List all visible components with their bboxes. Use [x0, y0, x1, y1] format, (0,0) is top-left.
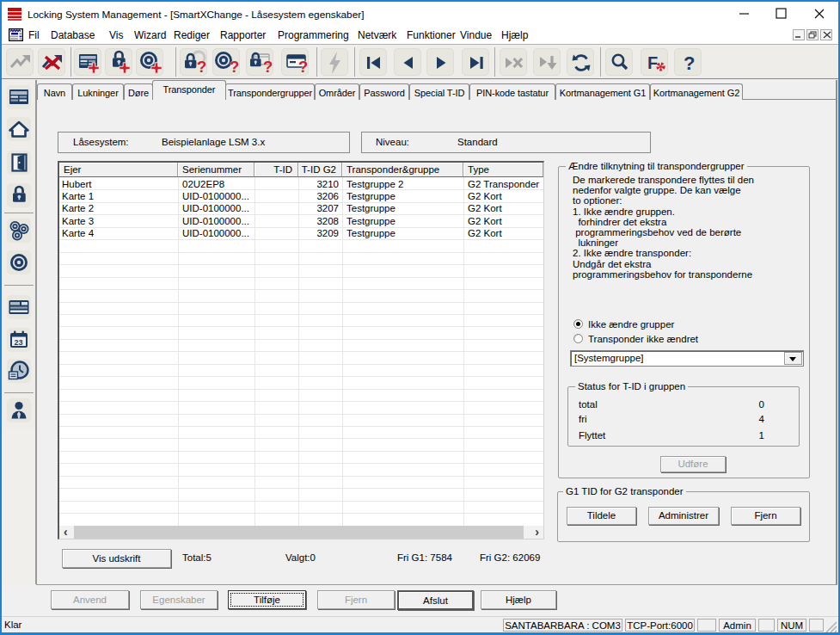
svg-text:F: F — [647, 53, 658, 72]
svg-text:?: ? — [298, 58, 308, 76]
svg-text:23: 23 — [15, 338, 23, 347]
svg-text:?: ? — [263, 58, 273, 76]
svg-text:?: ? — [197, 58, 206, 76]
svg-text:?: ? — [684, 52, 695, 74]
svg-text:?: ? — [230, 58, 239, 76]
